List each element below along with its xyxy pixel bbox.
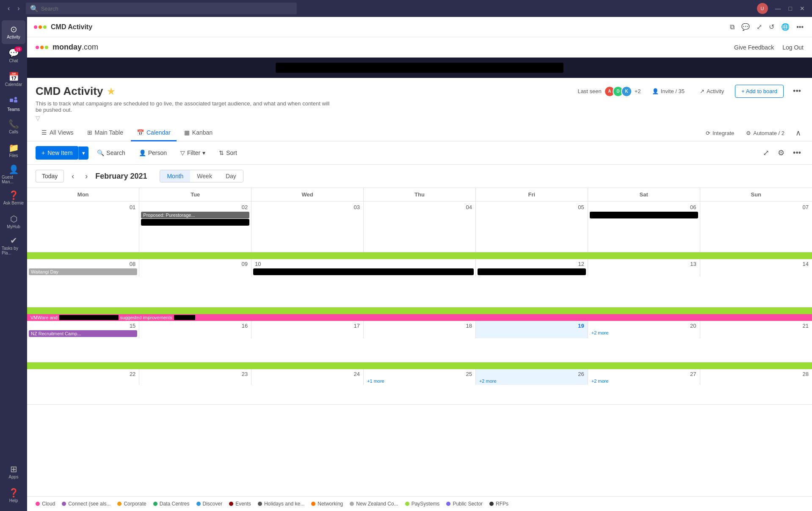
sidebar-item-calendar[interactable]: 📅 Calendar [2,68,25,91]
settings-button[interactable]: ⚙ [775,146,787,160]
expand-icon[interactable]: ⤢ [755,21,764,33]
sidebar-item-label: Calls [9,130,18,134]
collapse-button[interactable]: ∧ [793,126,804,140]
calendar-event[interactable]: ██████████████████████████████ [253,268,474,275]
sidebar-item-myhub[interactable]: ⬡ MyHub [2,210,25,234]
legend-nz-co[interactable]: New Zealand Co... [350,501,398,507]
maximize-button[interactable]: □ [787,4,794,13]
calendar-event-spanning[interactable] [27,362,812,369]
more-toolbar-button[interactable]: ••• [790,146,804,160]
calendar-event[interactable]: Proposed: Purestorage... [141,212,249,218]
tab-calendar[interactable]: 📅 Calendar [131,125,177,141]
legend-rfps[interactable]: RFPs [489,501,508,507]
week-view-button[interactable]: Week [190,170,219,182]
cal-cell: 17 [251,321,364,338]
calendar-event[interactable]: ████████████ [141,219,249,226]
tab-kanban[interactable]: ▦ Kanban [178,125,218,141]
more-events-link[interactable]: +1 more [365,378,474,384]
fullscreen-button[interactable]: ⤢ [760,146,772,160]
forward-button[interactable]: › [15,4,22,13]
calendar-container: Today ‹ › February 2021 Month Week Day M… [27,165,812,511]
sidebar-item-help[interactable]: ❓ Help [2,484,25,508]
legend-discover[interactable]: Discover [196,501,223,507]
legend-dot [258,502,262,506]
more-events-link[interactable]: +2 more [590,378,698,384]
log-out-link[interactable]: Log Out [782,44,804,51]
day-number: 02 [141,203,249,211]
new-item-dropdown-button[interactable]: ▾ [78,146,88,160]
external-link-icon[interactable]: ⧉ [728,22,736,33]
add-to-board-button[interactable]: + Add to board [735,85,784,98]
sidebar-item-apps[interactable]: ⊞ Apps [2,460,25,484]
table-row: VMWare and suggested improvements 15 NZ … [27,307,812,362]
cal-cell: 21 [700,321,812,338]
month-view-button[interactable]: Month [160,170,190,182]
chat-icon[interactable]: 💬 [740,21,751,33]
legend-cloud[interactable]: Cloud [36,501,55,507]
search-button[interactable]: 🔍 Search [92,146,130,160]
legend-paysystems[interactable]: PaySystems [405,501,440,507]
cal-cell: 27 +2 more [588,369,700,385]
integrate-button[interactable]: ⟳ Integrate [702,128,737,138]
sidebar-item-chat[interactable]: 💬 15 Chat [2,44,25,68]
sidebar-item-calls[interactable]: 📞 Calls [2,115,25,139]
legend-public-sector[interactable]: Public Sector [446,501,483,507]
person-filter-button[interactable]: 👤 Person [134,146,172,160]
today-button[interactable]: Today [36,170,64,182]
cal-cell: 01 [27,202,139,252]
sidebar-item-teams[interactable]: Teams [2,91,25,115]
close-button[interactable]: ✕ [798,4,807,13]
board-title-group: CMD Activity ★ [36,85,115,98]
legend-connect[interactable]: Connect (see als... [62,501,110,507]
calendar-event[interactable]: ███████████████████ [590,212,698,218]
tab-all-views[interactable]: ☰ All Views [36,125,80,141]
favorite-star-icon[interactable]: ★ [107,86,115,97]
sort-button[interactable]: ⇅ Sort [214,146,242,160]
myhub-icon: ⬡ [10,215,17,223]
tab-main-table[interactable]: ⊞ Main Table [81,125,129,141]
legend-corporate[interactable]: Corporate [117,501,146,507]
sidebar-item-activity[interactable]: ⊙ Activity [2,20,25,44]
activity-link[interactable]: ↗ Activity [696,86,728,97]
waitangi-day-event[interactable]: Waitangi Day [29,268,137,275]
calendar-event-spanning[interactable] [27,307,812,314]
more-events-link[interactable]: +2 more [590,330,698,336]
sidebar-item-label: Help [9,498,18,503]
more-events-link[interactable]: +2 more [478,378,586,384]
legend-events[interactable]: Events [229,501,251,507]
sidebar-item-ask-bernie[interactable]: ❓ Ask Bernie [2,186,25,210]
minimize-button[interactable]: — [773,4,783,13]
sidebar-item-files[interactable]: 📁 Files [2,139,25,163]
sidebar-item-tasks[interactable]: ✔ Tasks by Pla... [2,234,25,257]
search-icon: 🔍 [97,149,104,156]
legend-label: RFPs [496,501,508,507]
person-icon: 👤 [652,88,659,94]
refresh-icon[interactable]: ↺ [767,21,776,33]
legend-label: Corporate [124,501,146,507]
legend-dot [153,502,157,506]
legend-label: Data Centres [160,501,190,507]
legend-holidays[interactable]: Holidays and ke... [258,501,304,507]
calendar-event-spanning[interactable] [27,252,812,259]
calendar-event[interactable]: █████████ [478,268,586,275]
next-month-button[interactable]: › [82,170,91,182]
automate-button[interactable]: ⚙ Automate / 2 [743,128,788,138]
give-feedback-link[interactable]: Give Feedback [734,44,774,51]
sidebar-item-guest-manager[interactable]: 👤 Guest Man... [2,163,25,186]
day-view-button[interactable]: Day [219,170,243,182]
board-more-options-button[interactable]: ••• [790,85,804,97]
new-item-button[interactable]: + New Item [36,146,78,160]
prev-month-button[interactable]: ‹ [68,170,77,182]
day-number: 03 [253,203,362,211]
search-input[interactable] [41,6,293,12]
legend-networking[interactable]: Networking [311,501,343,507]
invite-button[interactable]: 👤 Invite / 35 [648,86,689,97]
globe-icon[interactable]: 🌐 [779,21,791,33]
filter-button[interactable]: ▽ Filter ▾ [175,146,210,160]
legend-data-centres[interactable]: Data Centres [153,501,190,507]
back-button[interactable]: ‹ [5,4,12,13]
more-icon[interactable]: ••• [795,22,805,33]
vmware-event[interactable]: VMWare and suggested improvements [27,314,812,321]
day-number: 14 [702,260,810,268]
nz-recruitment-event[interactable]: NZ Recruitment Camp... [29,330,137,337]
